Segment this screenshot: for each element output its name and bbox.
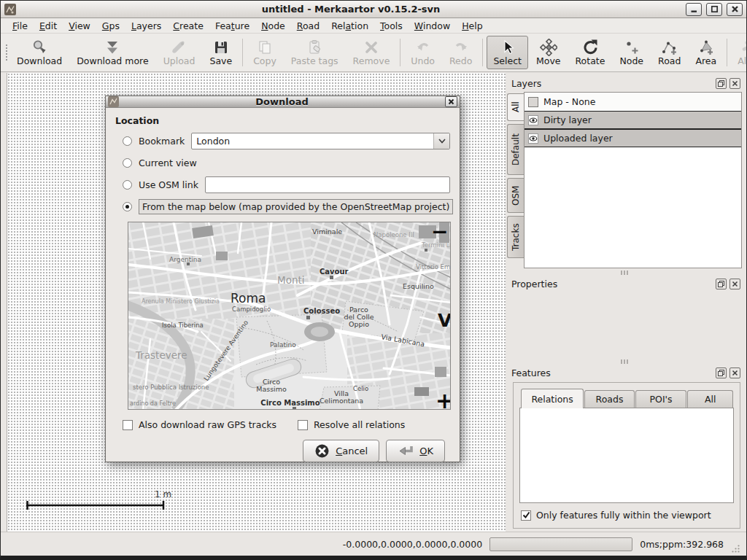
layers-tab-default[interactable]: Default: [507, 124, 524, 175]
splitter-handle[interactable]: [507, 268, 742, 276]
menu-item-gps[interactable]: Gps: [96, 19, 125, 33]
menu-item-help[interactable]: Help: [456, 19, 489, 33]
features-panel: RelationsRoadsPOI'sAll Only features ful…: [513, 382, 740, 529]
download-more-icon: [104, 38, 121, 56]
layers-tab-osm[interactable]: OSM: [507, 178, 524, 213]
properties-float-button[interactable]: [716, 279, 727, 289]
visibility-eye-icon[interactable]: [528, 133, 538, 144]
tool-remove-button[interactable]: Remove: [347, 36, 397, 69]
layers-close-button[interactable]: [729, 78, 740, 89]
tool-copy-button[interactable]: Copy: [247, 36, 283, 69]
resize-grip[interactable]: [731, 544, 740, 553]
radio-bookmark[interactable]: [123, 136, 132, 146]
tool-rotate-button[interactable]: Rotate: [568, 36, 611, 69]
tool-upload-button[interactable]: Upload: [157, 36, 202, 69]
features-tab-all[interactable]: All: [687, 390, 733, 408]
checkbox-label: Also download raw GPS tracks: [139, 419, 276, 430]
map-zoom-in-button[interactable]: +: [436, 388, 451, 410]
combobox-value: London: [192, 136, 433, 147]
label-part: K: [427, 446, 433, 456]
menu-item-feature[interactable]: Feature: [209, 19, 255, 33]
label-part: E: [39, 20, 45, 31]
menu-item-node[interactable]: Node: [255, 19, 291, 33]
osm-link-input[interactable]: [205, 176, 450, 193]
dialog-titlebar[interactable]: Download: [106, 96, 460, 108]
layer-checkbox[interactable]: [528, 97, 538, 107]
tool-road-button[interactable]: Road: [651, 36, 687, 69]
close-button[interactable]: [727, 3, 743, 16]
paste-tags-icon: [306, 38, 323, 56]
titlebar[interactable]: untitled - Merkaartor v0.15.2-svn: [1, 1, 746, 18]
menu-item-view[interactable]: View: [63, 19, 96, 33]
bookmark-combobox[interactable]: London: [191, 133, 450, 149]
layer-row[interactable]: Dirty layer: [525, 111, 741, 129]
tool-align-button[interactable]: Align: [731, 36, 747, 69]
tool-area-button[interactable]: Area: [689, 36, 723, 69]
ok-button[interactable]: OK: [386, 440, 445, 462]
tool-move-button[interactable]: Move: [530, 36, 568, 69]
features-tab-relations[interactable]: Relations: [521, 389, 584, 408]
layers-float-button[interactable]: [716, 78, 727, 89]
layer-row[interactable]: Uploaded layer: [525, 129, 741, 147]
layer-list: Map - NoneDirty layerUploaded layer: [524, 92, 742, 268]
menu-item-edit[interactable]: Edit: [34, 19, 63, 33]
dialog-option-row: From the map below (map provided by the …: [123, 198, 450, 215]
tool-select-button[interactable]: Select: [487, 36, 528, 69]
minimize-button[interactable]: [686, 3, 702, 16]
menu-item-tools[interactable]: Tools: [374, 19, 409, 33]
tool-download-button[interactable]: Download: [10, 36, 69, 69]
map-zoom-out-button[interactable]: −: [431, 222, 448, 244]
map-label: Roma: [231, 291, 266, 306]
tool-redo-button[interactable]: Redo: [443, 36, 479, 69]
features-tab-roads[interactable]: Roads: [584, 390, 635, 408]
layers-tab-tracks[interactable]: Tracks: [507, 216, 524, 258]
progress-bar: [489, 537, 632, 551]
toolbar-separator: [727, 39, 727, 66]
layer-label: Dirty layer: [543, 114, 592, 125]
layers-tab-all[interactable]: All: [507, 93, 524, 121]
radio-current[interactable]: [123, 158, 132, 168]
select-icon: [499, 38, 516, 56]
features-tab-pois[interactable]: POI's: [635, 390, 687, 408]
tool-download-more-button[interactable]: Download more: [70, 36, 155, 69]
viewport-filter-checkbox[interactable]: [521, 510, 531, 521]
menu-item-layers[interactable]: Layers: [125, 19, 167, 33]
features-close-button[interactable]: [729, 368, 740, 378]
radio-from[interactable]: [123, 202, 132, 211]
chevron-down-icon[interactable]: [433, 133, 449, 149]
features-list[interactable]: [519, 408, 734, 503]
menu-item-file[interactable]: File: [7, 19, 34, 33]
undo-icon: [414, 38, 432, 56]
menu-item-road[interactable]: Road: [291, 19, 325, 33]
button-label: OK: [419, 446, 433, 456]
maximize-button[interactable]: [706, 3, 722, 16]
cancel-button[interactable]: Cancel: [303, 440, 379, 462]
redo-icon: [452, 38, 470, 56]
label-part: O: [419, 446, 427, 456]
properties-close-button[interactable]: [729, 279, 740, 289]
dialog-map[interactable]: ArgentinaViminaleNapoleone IIITermini La…: [128, 222, 451, 410]
tool-undo-button[interactable]: Undo: [404, 36, 441, 69]
features-float-button[interactable]: [716, 368, 727, 378]
map-label: Esquilino: [403, 282, 434, 290]
dialog-close-button[interactable]: [445, 96, 457, 107]
radio-use[interactable]: [123, 180, 132, 190]
tool-paste-tags-button[interactable]: Paste tags: [285, 36, 345, 69]
tool-save-button[interactable]: Save: [203, 36, 239, 69]
menu-item-relation[interactable]: Relation: [325, 19, 374, 33]
toolbar-drag-handle[interactable]: [6, 44, 7, 61]
osm-map-preview[interactable]: ArgentinaViminaleNapoleone IIITermini La…: [128, 222, 451, 410]
map-label: Monti: [277, 274, 305, 286]
splitter-handle[interactable]: [507, 357, 742, 365]
tool-node-button[interactable]: Node: [613, 36, 650, 69]
dialog-option-row: Use OSM link: [123, 176, 450, 193]
checkbox-resolve-relations[interactable]: [298, 420, 308, 430]
menu-item-create[interactable]: Create: [167, 19, 209, 33]
label-part: Fea: [215, 20, 231, 31]
tool-label: Select: [493, 56, 522, 66]
menu-item-window[interactable]: Window: [409, 19, 456, 33]
visibility-eye-icon[interactable]: [528, 115, 538, 125]
layer-row[interactable]: Map - None: [525, 93, 741, 111]
label-part: ayers: [136, 20, 161, 31]
checkbox-gps-tracks[interactable]: [123, 420, 133, 430]
